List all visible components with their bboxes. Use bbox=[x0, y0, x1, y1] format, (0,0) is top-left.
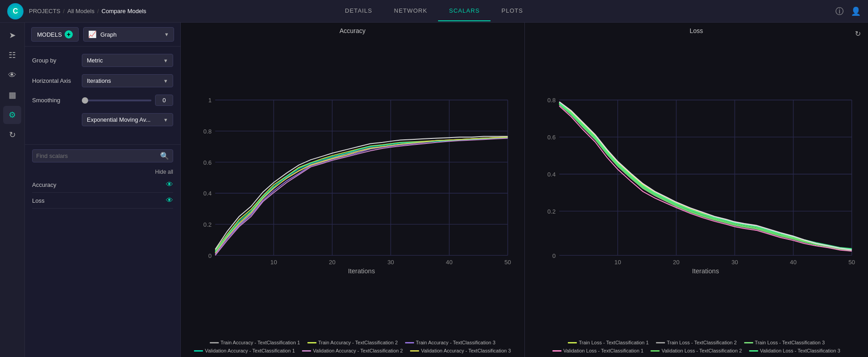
nav-right: ⓘ 👤 bbox=[835, 6, 861, 17]
scalar-item-loss: Loss 👁 bbox=[32, 193, 173, 209]
svg-text:10: 10 bbox=[614, 259, 621, 266]
breadcrumb-sep1: / bbox=[63, 8, 65, 14]
legend-color-2 bbox=[405, 342, 414, 343]
sidebar-icon-settings[interactable]: ⚙ bbox=[3, 106, 21, 124]
breadcrumb-all-models[interactable]: All Models bbox=[67, 8, 94, 14]
loss-legend-row: Train Loss - TextClassification 1 Train … bbox=[529, 340, 864, 353]
sidebar-icon-eye[interactable]: 👁 bbox=[3, 66, 21, 84]
tab-scalars[interactable]: SCALARS bbox=[438, 1, 491, 21]
loss-legend-label-2: Train Loss - TextClassification 3 bbox=[755, 340, 825, 345]
loss-legend-item-5: Validation Loss - TextClassification 3 bbox=[749, 348, 840, 353]
group-by-arrow: ▼ bbox=[163, 58, 168, 63]
legend-color-0 bbox=[210, 342, 219, 343]
loss-legend-color-4 bbox=[651, 350, 660, 352]
search-section: 🔍 bbox=[25, 144, 180, 167]
group-by-label: Group by bbox=[32, 57, 82, 64]
group-by-row: Group by Metric ▼ bbox=[32, 54, 173, 67]
svg-text:1: 1 bbox=[208, 97, 212, 104]
legend-item-2: Train Accuracy - TextClassification 3 bbox=[405, 340, 495, 345]
svg-text:0: 0 bbox=[552, 252, 555, 259]
legend-item-3: Validation Accuracy - TextClassification… bbox=[194, 348, 295, 353]
svg-text:40: 40 bbox=[790, 259, 797, 266]
loss-legend-item-0: Train Loss - TextClassification 1 bbox=[568, 340, 649, 345]
accuracy-chart-panel: Accuracy 0 0.2 0.4 0.6 0.8 bbox=[181, 23, 525, 357]
loss-legend-item-3: Validation Loss - TextClassification 1 bbox=[552, 348, 644, 353]
exp-arrow: ▼ bbox=[163, 117, 168, 123]
loss-legend-color-0 bbox=[568, 342, 577, 343]
loss-chart-svg: 0 0.2 0.4 0.6 0.8 10 20 30 40 50 Iterati… bbox=[529, 36, 864, 337]
legend-label-2: Train Accuracy - TextClassification 3 bbox=[416, 340, 495, 345]
accuracy-legend-row: Train Accuracy - TextClassification 1 Tr… bbox=[185, 340, 520, 353]
user-icon[interactable]: 👤 bbox=[851, 6, 861, 16]
control-panel: MODELS + 📈 Graph ▼ Group by Metric ▼ Hor… bbox=[25, 23, 181, 357]
svg-text:0.2: 0.2 bbox=[203, 221, 212, 228]
horizontal-axis-select[interactable]: Iterations ▼ bbox=[82, 74, 173, 87]
legend-label-3: Validation Accuracy - TextClassification… bbox=[205, 348, 295, 353]
exp-dropdown[interactable]: Exponential Moving Av... ▼ bbox=[82, 113, 173, 126]
sidebar: ➤ ☷ 👁 ▦ ⚙ ↻ bbox=[0, 23, 25, 357]
accuracy-legend: Train Accuracy - TextClassification 1 Tr… bbox=[185, 337, 520, 357]
chart-icon: 📈 bbox=[88, 30, 97, 38]
smoothing-slider[interactable] bbox=[82, 100, 151, 101]
group-by-value: Metric bbox=[87, 57, 103, 64]
sidebar-icon-refresh[interactable]: ↻ bbox=[3, 126, 21, 144]
search-icon[interactable]: 🔍 bbox=[160, 152, 169, 160]
loss-legend-label-1: Train Loss - TextClassification 2 bbox=[667, 340, 737, 345]
legend-label-4: Validation Accuracy - TextClassification… bbox=[313, 348, 403, 353]
svg-text:Iterations: Iterations bbox=[348, 267, 375, 275]
svg-text:40: 40 bbox=[446, 259, 453, 266]
loss-legend-item-2: Train Loss - TextClassification 3 bbox=[744, 340, 825, 345]
loss-legend-label-5: Validation Loss - TextClassification 3 bbox=[760, 348, 840, 353]
add-model-icon[interactable]: + bbox=[65, 30, 73, 38]
sidebar-icon-layers[interactable]: ▦ bbox=[3, 86, 21, 104]
hide-all-row[interactable]: Hide all bbox=[25, 167, 180, 177]
help-icon[interactable]: ⓘ bbox=[835, 6, 844, 17]
horizontal-axis-row: Horizontal Axis Iterations ▼ bbox=[32, 74, 173, 87]
loss-chart-panel: Loss 0 0.2 0.4 0.6 0.8 bbox=[525, 23, 868, 357]
horizontal-axis-label: Horizontal Axis bbox=[32, 77, 82, 84]
breadcrumb-projects[interactable]: PROJECTS bbox=[29, 8, 60, 14]
svg-text:0.4: 0.4 bbox=[203, 190, 212, 197]
scalar-loss-label: Loss bbox=[32, 197, 44, 204]
search-input[interactable] bbox=[36, 152, 160, 159]
controls-section: Group by Metric ▼ Horizontal Axis Iterat… bbox=[25, 47, 180, 141]
legend-label-0: Train Accuracy - TextClassification 1 bbox=[221, 340, 300, 345]
horizontal-axis-value: Iterations bbox=[87, 77, 111, 84]
svg-text:Iterations: Iterations bbox=[692, 267, 719, 275]
app-logo: C bbox=[7, 3, 24, 19]
svg-text:30: 30 bbox=[731, 259, 738, 266]
horizontal-axis-arrow: ▼ bbox=[163, 78, 168, 84]
tab-plots[interactable]: PLOTS bbox=[491, 1, 534, 21]
legend-label-1: Train Accuracy - TextClassification 2 bbox=[318, 340, 398, 345]
svg-text:50: 50 bbox=[848, 259, 855, 266]
graph-dropdown[interactable]: 📈 Graph ▼ bbox=[83, 27, 174, 42]
legend-color-5 bbox=[410, 350, 419, 352]
scalar-accuracy-label: Accuracy bbox=[32, 181, 56, 188]
loss-legend-label-4: Validation Loss - TextClassification 2 bbox=[661, 348, 742, 353]
svg-text:0.6: 0.6 bbox=[547, 134, 555, 141]
breadcrumb-current: Compare Models bbox=[102, 8, 146, 14]
svg-text:0.4: 0.4 bbox=[547, 171, 555, 178]
svg-text:20: 20 bbox=[673, 259, 679, 266]
svg-text:0.2: 0.2 bbox=[547, 208, 555, 215]
tab-network[interactable]: NETWORK bbox=[383, 1, 438, 21]
sidebar-icon-dashboard[interactable]: ☷ bbox=[3, 46, 21, 64]
legend-color-4 bbox=[302, 350, 311, 352]
loss-legend: Train Loss - TextClassification 1 Train … bbox=[529, 337, 864, 357]
scalar-accuracy-eye[interactable]: 👁 bbox=[166, 181, 173, 189]
accuracy-chart-svg: 0 0.2 0.4 0.6 0.8 1 10 20 30 40 50 Itera… bbox=[185, 36, 520, 337]
tab-details[interactable]: DETAILS bbox=[334, 1, 383, 21]
smoothing-value[interactable]: 0 bbox=[155, 95, 173, 106]
loss-legend-color-3 bbox=[552, 350, 561, 352]
scalar-list: Accuracy 👁 Loss 👁 bbox=[25, 177, 180, 209]
loss-legend-item-1: Train Loss - TextClassification 2 bbox=[656, 340, 737, 345]
models-button[interactable]: MODELS + bbox=[31, 27, 79, 42]
scalar-loss-eye[interactable]: 👁 bbox=[166, 196, 173, 205]
graph-label: Graph bbox=[100, 31, 117, 38]
sidebar-icon-arrow[interactable]: ➤ bbox=[3, 26, 21, 44]
svg-text:0.6: 0.6 bbox=[203, 159, 212, 166]
group-by-select[interactable]: Metric ▼ bbox=[82, 54, 173, 67]
toolbar-row: MODELS + 📈 Graph ▼ bbox=[25, 23, 180, 47]
main-area: ↻ Accuracy 0 0.2 0.4 bbox=[181, 23, 868, 357]
legend-color-3 bbox=[194, 350, 203, 352]
